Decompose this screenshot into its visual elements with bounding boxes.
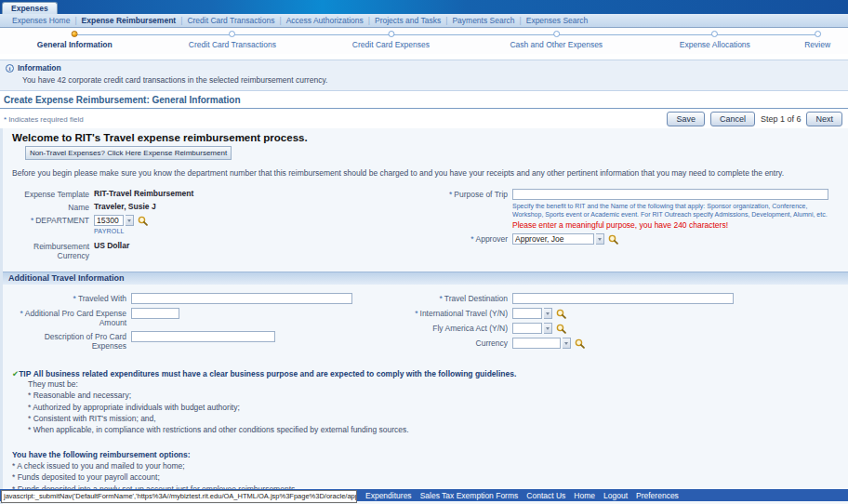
cancel-button[interactable]: Cancel bbox=[710, 112, 755, 126]
international-travel-input[interactable] bbox=[512, 308, 542, 319]
train-step-review[interactable]: Review bbox=[804, 31, 830, 49]
currency-label: Currency bbox=[403, 338, 512, 348]
train-dot-icon bbox=[553, 31, 560, 37]
pro-card-amount-input[interactable] bbox=[131, 308, 179, 319]
nav-separator: | bbox=[279, 16, 281, 25]
train-step-general-information[interactable]: General Information bbox=[37, 31, 113, 49]
infobox-title: Information bbox=[18, 63, 61, 73]
fly-america-act-dropdown-icon[interactable] bbox=[544, 323, 552, 334]
information-message-box: i Information You have 42 corporate cred… bbox=[0, 60, 848, 91]
train-step-credit-card-transactions[interactable]: Credit Card Transactions bbox=[189, 31, 276, 49]
top-action-buttons: Save Cancel Step 1 of 6 Next bbox=[667, 112, 842, 126]
name-label: Name bbox=[12, 202, 94, 212]
reimbursement-currency-label: Reimbursement Currency bbox=[12, 241, 94, 260]
traveled-with-label: *Traveled With bbox=[12, 293, 131, 303]
train-dot-icon bbox=[815, 31, 821, 37]
traveled-with-input[interactable] bbox=[131, 293, 352, 304]
step-indicator: Step 1 of 6 bbox=[761, 114, 802, 124]
page-title: Create Expense Reimbursement: General In… bbox=[0, 93, 848, 109]
fly-america-act-label: Fly America Act (Y/N) bbox=[403, 323, 512, 333]
infobox-message: You have 42 corporate credit card transa… bbox=[22, 75, 842, 85]
nav-separator: | bbox=[74, 16, 76, 25]
department-label: *DEPARTMENT bbox=[12, 215, 94, 225]
nav-credit-card-transactions[interactable]: Credit Card Transactions bbox=[187, 16, 274, 25]
nav-separator: | bbox=[520, 16, 522, 25]
fly-america-act-search-icon[interactable] bbox=[556, 324, 566, 334]
footer-link-preferences[interactable]: Preferences bbox=[636, 491, 679, 500]
footer-link-sales-tax-exemption-forms[interactable]: Sales Tax Exemption Forms bbox=[420, 491, 519, 500]
nav-projects-and-tasks[interactable]: Projects and Tasks bbox=[375, 16, 441, 25]
top-branding-bar: Expenses bbox=[0, 0, 848, 14]
reimbursement-options-block: You have the following reimbursement opt… bbox=[12, 449, 842, 495]
footer-link-expenditures[interactable]: Expenditures bbox=[365, 491, 412, 500]
currency-dropdown-icon[interactable] bbox=[563, 338, 571, 349]
currency-search-icon[interactable] bbox=[575, 338, 585, 349]
pro-card-description-label: Description of Pro Card Expenses bbox=[12, 331, 131, 351]
required-field-note: *Indicates required field bbox=[4, 115, 84, 124]
purpose-of-trip-input[interactable] bbox=[512, 189, 828, 200]
nav-payments-search[interactable]: Payments Search bbox=[452, 16, 514, 25]
additional-travel-information-header: Additional Travel Information bbox=[3, 272, 848, 285]
options-heading: You have the following reimbursement opt… bbox=[12, 449, 842, 460]
pro-card-description-input[interactable] bbox=[131, 331, 275, 342]
name-value: Traveler, Susie J bbox=[94, 202, 156, 211]
general-info-form: Expense Template RIT-Travel Reimbursemen… bbox=[12, 189, 842, 262]
approver-dropdown-icon[interactable] bbox=[596, 233, 604, 245]
purpose-hint-text: Specify the benefit to RIT and the Name … bbox=[512, 202, 833, 219]
pro-card-amount-label: *Additional Pro Card Expense Amount bbox=[12, 308, 131, 327]
department-search-icon[interactable] bbox=[138, 216, 148, 226]
next-button[interactable]: Next bbox=[806, 112, 842, 126]
train-step-expense-allocations[interactable]: Expense Allocations bbox=[680, 31, 750, 49]
fly-america-act-input[interactable] bbox=[512, 323, 542, 334]
purpose-error-message: Please enter a meaningful purpose, you h… bbox=[512, 220, 728, 230]
travel-destination-label: *Travel Destination bbox=[403, 293, 512, 303]
nav-expenses-search[interactable]: Expenses Search bbox=[526, 16, 589, 25]
footer-link-contact-us[interactable]: Contact Us bbox=[526, 491, 565, 500]
footer-link-logout[interactable]: Logout bbox=[603, 491, 628, 500]
train-dot-icon bbox=[388, 31, 394, 37]
expense-template-label: Expense Template bbox=[12, 189, 94, 199]
currency-input[interactable] bbox=[512, 338, 561, 349]
nav-separator: | bbox=[368, 16, 370, 25]
required-marker: * bbox=[4, 115, 7, 124]
tab-expenses[interactable]: Expenses bbox=[2, 2, 58, 14]
train-dot-icon bbox=[229, 31, 235, 37]
tip-item: * Reasonable and necessary; bbox=[28, 390, 842, 401]
non-travel-expenses-button[interactable]: Non-Travel Expenses? Click Here Expense … bbox=[25, 146, 232, 160]
reimbursement-currency-value: US Dollar bbox=[94, 241, 129, 250]
nav-separator: | bbox=[180, 16, 182, 25]
info-icon: i bbox=[6, 64, 14, 73]
nav-expense-reimbursement[interactable]: Expense Reimbursement bbox=[82, 16, 177, 25]
train-step-cash-and-other-expenses[interactable]: Cash and Other Expenses bbox=[510, 31, 603, 49]
tip-label: TIP bbox=[19, 369, 31, 378]
save-button[interactable]: Save bbox=[667, 112, 705, 126]
international-travel-dropdown-icon[interactable] bbox=[544, 308, 552, 319]
tip-block: ✔TIP All business related expenditures m… bbox=[12, 369, 842, 436]
additional-travel-form: *Traveled With *Additional Pro Card Expe… bbox=[12, 293, 842, 354]
train-step-credit-card-expenses[interactable]: Credit Card Expenses bbox=[352, 31, 430, 49]
general-information-content: Welcome to RIT's Travel expense reimburs… bbox=[0, 128, 848, 504]
intro-paragraph: Before you begin please make sure you kn… bbox=[12, 168, 842, 178]
welcome-heading: Welcome to RIT's Travel expense reimburs… bbox=[12, 132, 842, 143]
department-input[interactable] bbox=[94, 215, 124, 226]
department-description: PAYROLL bbox=[94, 228, 125, 234]
nav-access-authorizations[interactable]: Access Authorizations bbox=[286, 16, 364, 25]
tip-item: * When applicable, in compliance with re… bbox=[28, 424, 842, 435]
international-travel-search-icon[interactable] bbox=[556, 309, 566, 319]
option-item: * Funds deposited to your payroll accoun… bbox=[12, 471, 842, 483]
department-dropdown-icon[interactable] bbox=[126, 215, 134, 226]
nav-separator: | bbox=[445, 16, 447, 25]
approver-search-icon[interactable] bbox=[608, 234, 618, 245]
process-train: General Information Credit Card Transact… bbox=[0, 28, 848, 54]
tip-intro: They must be: bbox=[28, 378, 842, 390]
travel-destination-input[interactable] bbox=[512, 293, 734, 304]
footer-link-home[interactable]: Home bbox=[574, 491, 595, 500]
nav-expenses-home[interactable]: Expenses Home bbox=[12, 16, 70, 25]
option-item: * A check issued to you and mailed to yo… bbox=[12, 460, 842, 471]
browser-status-bar: javascript:_submitNav('DefaultFormName',… bbox=[1, 490, 357, 503]
expenses-app-window: Expenses Expenses Home| Expense Reimburs… bbox=[0, 0, 848, 504]
approver-input[interactable] bbox=[512, 233, 594, 245]
tip-heading: All business related expenditures must h… bbox=[33, 369, 517, 378]
tip-item: * Authorized by appropriate individuals … bbox=[28, 402, 842, 413]
approver-label: *Approver bbox=[403, 233, 512, 244]
